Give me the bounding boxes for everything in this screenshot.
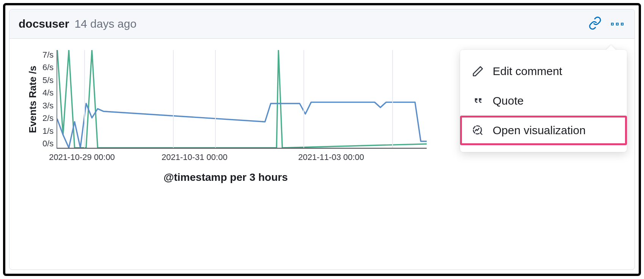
comment-header: docsuser 14 days ago bbox=[9, 9, 635, 39]
ytick: 3/s bbox=[42, 101, 53, 111]
series-blue bbox=[57, 102, 427, 148]
chart-xlabel: @timestamp per 3 hours bbox=[163, 171, 288, 183]
chart: Events Rate /s 7/s6/s5/s4/s3/s2/s1/s0/s … bbox=[25, 50, 427, 183]
gridline bbox=[173, 50, 174, 148]
menu-item-open-visualization[interactable]: Open visualization bbox=[460, 116, 627, 145]
menu-item-label: Edit comment bbox=[493, 65, 562, 78]
visualization-icon bbox=[471, 124, 484, 137]
actions-menu: Edit comment Quote Open bbox=[460, 50, 627, 152]
ytick: 1/s bbox=[42, 126, 53, 136]
menu-item-quote[interactable]: Quote bbox=[460, 86, 627, 116]
menu-item-edit-comment[interactable]: Edit comment bbox=[460, 56, 627, 86]
xtick: 2021-10-29 00:00 bbox=[49, 152, 115, 162]
ytick: 0/s bbox=[42, 139, 53, 149]
screenshot-frame: docsuser 14 days ago Events bbox=[3, 3, 641, 276]
gridline bbox=[303, 50, 304, 148]
ytick: 7/s bbox=[42, 50, 53, 60]
gridline bbox=[392, 50, 393, 148]
gridline bbox=[84, 50, 85, 148]
comment-card: docsuser 14 days ago Events bbox=[9, 9, 635, 270]
series-green bbox=[57, 50, 427, 148]
chart-lines bbox=[57, 50, 427, 148]
quote-icon bbox=[471, 94, 484, 107]
ytick: 5/s bbox=[42, 75, 53, 85]
more-actions-button[interactable] bbox=[609, 16, 625, 32]
xtick: 2021-11-03 00:00 bbox=[298, 152, 364, 162]
pencil-icon bbox=[471, 65, 484, 78]
permalink-button[interactable] bbox=[587, 16, 603, 32]
chart-xticks: 2021-10-29 00:002021-10-31 00:002021-11-… bbox=[42, 149, 444, 152]
ytick: 2/s bbox=[42, 113, 53, 123]
link-icon bbox=[588, 16, 602, 31]
more-icon bbox=[611, 23, 624, 25]
xtick: 2021-10-31 00:00 bbox=[162, 152, 228, 162]
gridline bbox=[215, 50, 216, 148]
chart-ylabel: Events Rate /s bbox=[25, 50, 41, 149]
comment-author: docsuser bbox=[19, 17, 69, 30]
comment-timestamp: 14 days ago bbox=[74, 17, 136, 30]
ytick: 6/s bbox=[42, 63, 53, 72]
menu-item-label: Open visualization bbox=[493, 124, 586, 137]
chart-yticks: 7/s6/s5/s4/s3/s2/s1/s0/s bbox=[41, 50, 57, 149]
chart-plot-area bbox=[57, 50, 427, 149]
ytick: 4/s bbox=[42, 88, 53, 98]
menu-item-label: Quote bbox=[493, 94, 524, 107]
chart-row: Events Rate /s 7/s6/s5/s4/s3/s2/s1/s0/s bbox=[25, 50, 427, 149]
